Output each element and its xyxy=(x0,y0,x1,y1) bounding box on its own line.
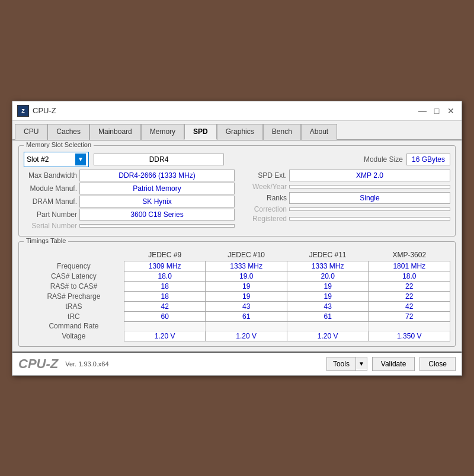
timing-cell-6-0 xyxy=(124,321,206,331)
week-year-row: Week/Year xyxy=(239,183,450,191)
tools-dropdown-button[interactable]: ▼ xyxy=(356,358,367,369)
title-bar-left: Z CPU-Z xyxy=(17,105,56,117)
timing-cell-7-1: 1.20 V xyxy=(206,331,287,341)
timing-cell-1-1: 19.0 xyxy=(206,271,287,281)
serial-number-label: Serial Number xyxy=(24,222,77,230)
timing-row-label-6: Command Rate xyxy=(24,321,124,331)
timing-cell-4-2: 43 xyxy=(287,301,369,311)
slot-dropdown-button[interactable]: ▼ xyxy=(75,154,86,165)
timing-row-label-7: Voltage xyxy=(24,331,124,341)
timing-cell-2-1: 19 xyxy=(206,281,287,291)
col-jedec11: JEDEC #11 xyxy=(287,249,369,261)
tab-about[interactable]: About xyxy=(301,124,337,140)
timing-cell-5-3: 72 xyxy=(369,311,450,321)
spd-right-col: SPD Ext. XMP 2.0 Week/Year Ranks Single … xyxy=(239,170,450,231)
slot-select-value: Slot #2 xyxy=(27,155,75,164)
dram-manuf-value: SK Hynix xyxy=(79,196,235,207)
tab-graphics[interactable]: Graphics xyxy=(217,124,263,140)
timing-cell-2-3: 22 xyxy=(369,281,450,291)
validate-button[interactable]: Validate xyxy=(372,357,415,371)
spd-ext-row: SPD Ext. XMP 2.0 xyxy=(239,170,450,181)
tools-group: Tools ▼ xyxy=(326,357,367,371)
timing-cell-7-3: 1.350 V xyxy=(369,331,450,341)
part-number-value: 3600 C18 Series xyxy=(79,209,235,221)
timing-row-label-1: CAS# Latency xyxy=(24,271,124,281)
tab-mainboard[interactable]: Mainboard xyxy=(89,124,141,140)
registered-row: Registered xyxy=(239,215,450,223)
footer: CPU-Z Ver. 1.93.0.x64 Tools ▼ Validate C… xyxy=(12,352,462,375)
close-button[interactable]: Close xyxy=(419,357,456,371)
timing-cell-5-1: 61 xyxy=(206,311,287,321)
timing-cell-4-1: 43 xyxy=(206,301,287,311)
week-year-value xyxy=(289,185,450,189)
maximize-button[interactable]: □ xyxy=(431,105,443,117)
timing-row-3: RAS# Precharge18191922 xyxy=(24,291,450,301)
footer-version: Ver. 1.93.0.x64 xyxy=(65,360,322,368)
module-size-value: 16 GBytes xyxy=(406,154,450,165)
timing-cell-6-2 xyxy=(287,321,369,331)
module-size-label: Module Size xyxy=(364,155,403,164)
dram-manuf-row: DRAM Manuf. SK Hynix xyxy=(24,196,235,207)
tools-button[interactable]: Tools xyxy=(327,357,356,370)
timing-cell-3-0: 18 xyxy=(124,291,206,301)
title-bar: Z CPU-Z — □ ✕ xyxy=(12,101,462,121)
tab-bar: CPU Caches Mainboard Memory SPD Graphics… xyxy=(12,121,462,140)
col-xmp: XMP-3602 xyxy=(369,249,450,261)
slot-select[interactable]: Slot #2 ▼ xyxy=(24,152,89,167)
timing-row-5: tRC60616172 xyxy=(24,311,450,321)
timings-group: Timings Table JEDEC #9 JEDEC #10 JEDEC #… xyxy=(18,241,456,347)
timing-cell-0-0: 1309 MHz xyxy=(124,261,206,271)
tab-cpu[interactable]: CPU xyxy=(15,124,47,140)
timing-cell-7-2: 1.20 V xyxy=(287,331,369,341)
timings-header-row: JEDEC #9 JEDEC #10 JEDEC #11 XMP-3602 xyxy=(24,249,450,261)
slot-row: Slot #2 ▼ DDR4 Module Size 16 GBytes xyxy=(24,152,450,167)
timing-cell-4-0: 42 xyxy=(124,301,206,311)
timing-row-label-2: RAS# to CAS# xyxy=(24,281,124,291)
ranks-label: Ranks xyxy=(239,194,287,202)
timing-cell-1-0: 18.0 xyxy=(124,271,206,281)
close-window-button[interactable]: ✕ xyxy=(445,105,457,117)
main-window: Z CPU-Z — □ ✕ CPU Caches Mainboard Memor… xyxy=(12,101,462,376)
timings-group-label: Timings Table xyxy=(24,237,68,244)
week-year-label: Week/Year xyxy=(239,183,287,191)
timing-row-4: tRAS42434342 xyxy=(24,301,450,311)
footer-logo: CPU-Z xyxy=(18,356,58,372)
tab-spd[interactable]: SPD xyxy=(184,124,217,140)
timing-cell-2-2: 19 xyxy=(287,281,369,291)
dram-manuf-label: DRAM Manuf. xyxy=(24,197,77,206)
correction-label: Correction xyxy=(239,205,287,213)
module-manuf-value: Patriot Memory xyxy=(79,183,235,194)
spd-ext-label: SPD Ext. xyxy=(239,171,287,180)
window-title: CPU-Z xyxy=(33,106,56,115)
content-area: Memory Slot Selection Slot #2 ▼ DDR4 Mod… xyxy=(12,140,462,352)
module-manuf-label: Module Manuf. xyxy=(24,184,77,193)
timing-cell-0-2: 1333 MHz xyxy=(287,261,369,271)
timings-table: JEDEC #9 JEDEC #10 JEDEC #11 XMP-3602 Fr… xyxy=(24,249,450,341)
timing-cell-5-0: 60 xyxy=(124,311,206,321)
tab-caches[interactable]: Caches xyxy=(47,124,89,140)
max-bandwidth-row: Max Bandwidth DDR4-2666 (1333 MHz) xyxy=(24,170,235,181)
timing-cell-1-3: 18.0 xyxy=(369,271,450,281)
ranks-value: Single xyxy=(289,192,450,204)
timing-cell-5-2: 61 xyxy=(287,311,369,321)
timing-row-2: RAS# to CAS#18191922 xyxy=(24,281,450,291)
timing-cell-7-0: 1.20 V xyxy=(124,331,206,341)
memory-slot-group-label: Memory Slot Selection xyxy=(24,141,94,148)
col-jedec9: JEDEC #9 xyxy=(124,249,206,261)
part-number-label: Part Number xyxy=(24,210,77,219)
tab-bench[interactable]: Bench xyxy=(263,124,301,140)
timing-cell-6-1 xyxy=(206,321,287,331)
timing-row-1: CAS# Latency18.019.020.018.0 xyxy=(24,271,450,281)
minimize-button[interactable]: — xyxy=(417,105,428,117)
slot-type-value: DDR4 xyxy=(94,154,224,165)
timing-row-label-0: Frequency xyxy=(24,261,124,271)
timing-row-label-4: tRAS xyxy=(24,301,124,311)
max-bandwidth-value: DDR4-2666 (1333 MHz) xyxy=(79,170,235,181)
serial-number-row: Serial Number xyxy=(24,222,235,230)
correction-row: Correction xyxy=(239,205,450,213)
serial-number-value xyxy=(79,224,235,228)
title-controls: — □ ✕ xyxy=(417,105,457,117)
registered-value xyxy=(289,217,450,221)
max-bandwidth-label: Max Bandwidth xyxy=(24,171,77,180)
tab-memory[interactable]: Memory xyxy=(141,124,184,140)
